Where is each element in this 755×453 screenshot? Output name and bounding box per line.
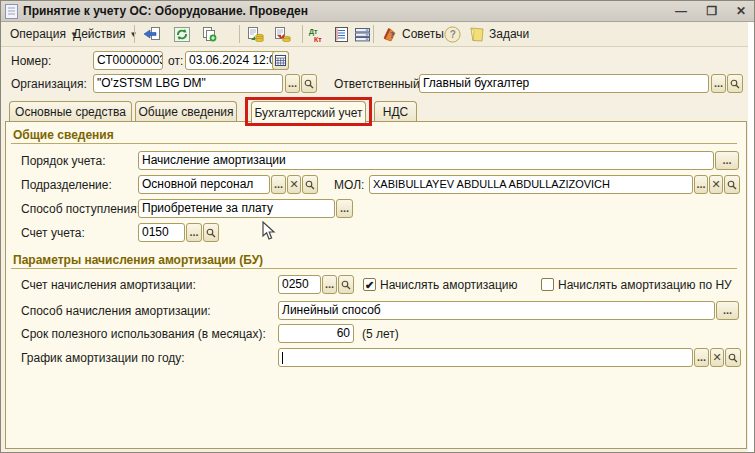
toolbar-separator <box>134 25 135 43</box>
dtkt-button[interactable]: Дт Кт <box>306 25 328 44</box>
window-title: Принятие к учету ОС: Оборудование. Прове… <box>23 4 308 18</box>
document-journal-icon <box>334 27 349 42</box>
structure-icon <box>355 27 370 42</box>
save-icon <box>143 27 160 42</box>
accrue-depreciation-label: Начислять амортизацию <box>380 278 518 292</box>
mouse-cursor <box>262 221 276 241</box>
toolbar-separator <box>239 25 240 43</box>
accrue-depreciation-nu-checkbox[interactable] <box>541 278 554 291</box>
responsible-search-button[interactable] <box>727 74 743 93</box>
tasks-button[interactable]: Задачи <box>463 24 535 44</box>
depr-account-field[interactable]: 0250 <box>278 275 321 294</box>
account-field[interactable]: 0150 <box>138 223 185 242</box>
tips-label: Советы <box>402 27 444 41</box>
order-field[interactable]: Начисление амортизации <box>138 151 714 170</box>
tips-book-icon: ? <box>383 27 398 42</box>
dtkt-icon: Дт Кт <box>308 27 326 43</box>
account-search-button[interactable] <box>203 223 219 242</box>
schedule-select-button[interactable]: ... <box>694 348 709 367</box>
order-select-button[interactable]: ... <box>715 151 739 170</box>
close-icon[interactable]: ✕ <box>731 3 751 19</box>
depr-account-select-button[interactable]: ... <box>322 275 337 294</box>
tab-vat[interactable]: НДС <box>374 101 417 122</box>
account-label: Счет учета: <box>21 226 85 240</box>
post-document-button[interactable] <box>244 25 266 44</box>
receipt-select-button[interactable]: ... <box>336 199 353 218</box>
section-divider <box>11 268 737 269</box>
useful-life-note: (5 лет) <box>362 327 399 341</box>
mol-search-button[interactable] <box>724 175 740 194</box>
depr-method-select-button[interactable]: ... <box>716 301 739 320</box>
number-field[interactable]: СТ000000030 <box>93 51 163 70</box>
actions-menu-button[interactable]: Действия ▼ <box>67 24 144 44</box>
schedule-search-button[interactable] <box>725 348 741 367</box>
tab-fixed-assets[interactable]: Основные средства <box>9 101 132 122</box>
operation-menu-label: Операция <box>10 27 66 41</box>
calendar-button[interactable] <box>272 51 289 70</box>
copy-button[interactable] <box>198 25 220 44</box>
tab-general-info[interactable]: Общие сведения <box>135 101 237 122</box>
tasks-label: Задачи <box>489 27 529 41</box>
depr-account-search-button[interactable] <box>338 275 354 294</box>
magnifier-icon <box>206 228 216 238</box>
division-label: Подразделение: <box>21 178 112 192</box>
structure-button[interactable] <box>351 25 373 44</box>
division-field[interactable]: Основной персонал <box>138 175 270 194</box>
division-search-button[interactable] <box>302 175 318 194</box>
account-select-button[interactable]: ... <box>186 223 202 242</box>
actions-menu-label: Действия <box>73 27 126 41</box>
mol-field[interactable]: XABIBULLAYEV ABDULLA ABDULLAZIZOVICH <box>369 175 693 194</box>
unpost-document-button[interactable] <box>271 25 293 44</box>
maximize-icon[interactable]: ❒ <box>702 3 722 19</box>
depr-account-label: Счет начисления амортизации: <box>21 278 196 292</box>
document-window: Принятие к учету ОС: Оборудование. Прове… <box>0 0 755 453</box>
document-icon <box>5 4 18 19</box>
division-clear-button[interactable]: ✕ <box>287 175 301 194</box>
minimize-icon[interactable]: — <box>671 3 691 19</box>
text-caret <box>282 352 283 364</box>
window-right-margin <box>748 22 755 453</box>
svg-text:Кт: Кт <box>314 36 322 43</box>
responsible-label: Ответственный: <box>334 77 423 91</box>
unpost-document-icon <box>274 27 291 42</box>
mol-select-button[interactable]: ... <box>694 175 708 194</box>
organization-field[interactable]: "O'zSTSM LBG DM" <box>93 74 283 93</box>
tasks-note-icon <box>469 27 485 42</box>
calendar-icon <box>275 55 286 66</box>
document-journal-button[interactable] <box>330 25 352 44</box>
responsible-select-button[interactable]: ... <box>711 74 726 93</box>
magnifier-icon <box>730 79 740 89</box>
schedule-field[interactable] <box>278 348 693 367</box>
mol-clear-button[interactable]: ✕ <box>709 175 723 194</box>
accrue-depreciation-checkbox[interactable]: ✔ <box>363 278 376 291</box>
toolbar: Операция ▼ Действия ▼ <box>1 22 748 47</box>
magnifier-icon <box>728 353 738 363</box>
number-label: Номер: <box>11 54 51 68</box>
tips-button[interactable]: ? Советы <box>377 24 450 44</box>
receipt-method-field[interactable]: Приобретение за плату <box>138 199 335 218</box>
useful-life-field[interactable]: 60 <box>278 324 354 343</box>
toolbar-separator <box>302 25 303 43</box>
magnifier-icon <box>727 180 737 190</box>
depreciation-section-title: Параметры начисления амортизации (БУ) <box>13 253 263 267</box>
help-button[interactable]: ? <box>441 25 463 44</box>
refresh-button[interactable] <box>171 25 193 44</box>
order-label: Порядок учета: <box>21 154 106 168</box>
schedule-clear-button[interactable]: ✕ <box>710 348 724 367</box>
organization-search-button[interactable] <box>301 74 317 93</box>
svg-text:?: ? <box>449 29 455 40</box>
save-button[interactable] <box>140 25 162 44</box>
responsible-field[interactable]: Главный бухгалтер <box>419 74 709 93</box>
useful-life-label: Срок полезного использования (в месяцах)… <box>21 327 266 341</box>
receipt-method-label: Способ поступления: <box>21 202 140 216</box>
general-section-title: Общие сведения <box>13 128 114 142</box>
tab-accounting[interactable]: Бухгалтерский учет <box>251 101 366 123</box>
organization-select-button[interactable]: ... <box>285 74 300 93</box>
tab-bar: Основные средства Общие сведения Бухгалт… <box>1 101 748 122</box>
post-document-icon <box>247 27 264 42</box>
depr-method-label: Способ начисления амортизации: <box>21 304 211 318</box>
division-select-button[interactable]: ... <box>271 175 286 194</box>
depr-method-field[interactable]: Линейный способ <box>278 301 715 320</box>
section-divider <box>11 143 737 144</box>
magnifier-icon <box>304 79 314 89</box>
